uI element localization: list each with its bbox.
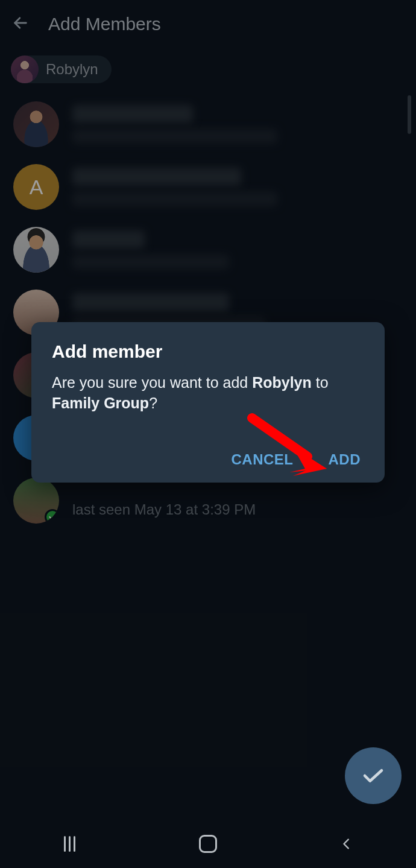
- avatar: [13, 101, 59, 147]
- avatar: A: [13, 164, 59, 210]
- contact-row[interactable]: [0, 218, 416, 281]
- contact-row[interactable]: A: [0, 156, 416, 218]
- contact-row[interactable]: [0, 93, 416, 156]
- dialog-body: Are you sure you want to add Robylyn to …: [52, 373, 364, 414]
- avatar-initial: A: [30, 176, 43, 199]
- page-title: Add Members: [48, 14, 161, 34]
- contact-name-redacted: [72, 293, 229, 311]
- check-icon: [361, 763, 386, 788]
- chip-name: Robylyn: [46, 61, 98, 78]
- selected-members-row: Robylyn: [0, 48, 416, 93]
- header: Add Members: [0, 0, 416, 48]
- contact-status: last seen May 13 at 3:39 PM: [72, 501, 403, 518]
- arrow-left-icon: [12, 14, 29, 31]
- contact-name-redacted: [72, 168, 241, 186]
- cancel-button[interactable]: CANCEL: [232, 451, 294, 468]
- contact-status-redacted: [72, 255, 229, 269]
- dialog-title: Add member: [52, 341, 364, 362]
- back-button[interactable]: [12, 14, 29, 34]
- contact-name-redacted: [72, 230, 145, 249]
- back-icon: [340, 837, 353, 851]
- confirm-dialog: Add member Are you sure you want to add …: [31, 322, 385, 483]
- selected-member-chip[interactable]: Robylyn: [11, 55, 112, 83]
- confirm-fab[interactable]: [345, 747, 402, 804]
- add-button[interactable]: ADD: [329, 451, 361, 468]
- avatar: [13, 227, 59, 273]
- recents-icon: [64, 836, 75, 852]
- nav-home-button[interactable]: [196, 832, 220, 856]
- avatar: [13, 478, 59, 524]
- contact-status-redacted: [72, 129, 277, 144]
- home-icon: [199, 835, 217, 853]
- contact-status-redacted: [72, 192, 277, 206]
- contact-name-redacted: [72, 105, 193, 123]
- verified-badge-icon: [45, 509, 59, 524]
- avatar: [11, 55, 39, 83]
- nav-back-button[interactable]: [335, 832, 359, 856]
- android-navbar: [0, 820, 416, 868]
- nav-recents-button[interactable]: [57, 832, 81, 856]
